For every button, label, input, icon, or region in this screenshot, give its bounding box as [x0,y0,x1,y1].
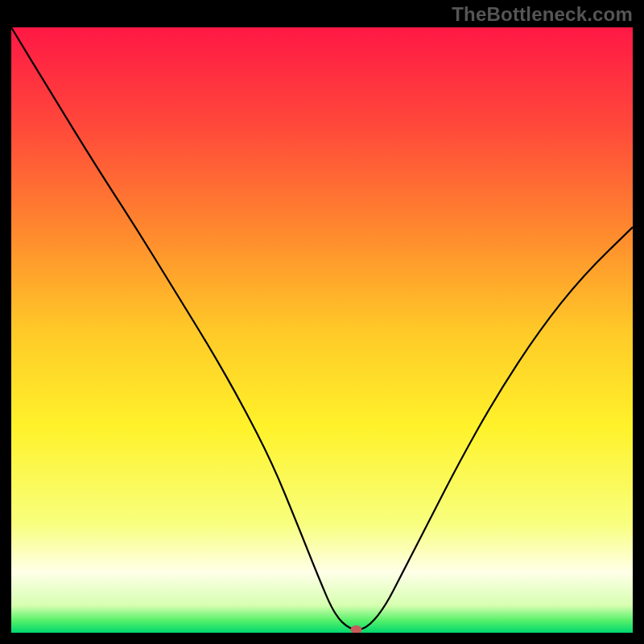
chart-svg [11,27,633,633]
plot-area [11,27,633,633]
black-frame: TheBottleneck.com [0,0,644,644]
watermark-text: TheBottleneck.com [452,3,633,26]
